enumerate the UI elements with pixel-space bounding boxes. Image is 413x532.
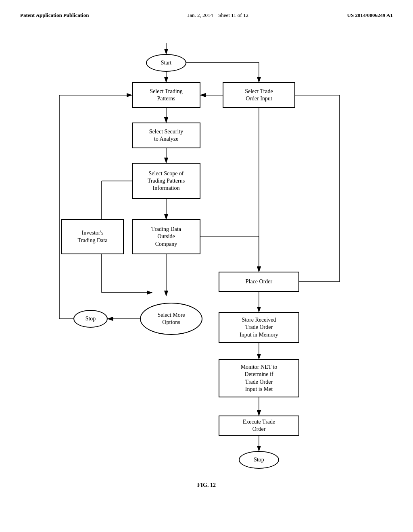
select-trading-patterns-node: Select Trading Patterns — [132, 82, 200, 108]
monitor-net-node: Monitor NET to Determine if Trade Order … — [219, 359, 299, 397]
stop-left-node: Stop — [73, 310, 108, 328]
page-header: Patent Application Publication Jan. 2, 2… — [20, 12, 393, 19]
flowchart-diagram: Start Select Trading Patterns Select Tra… — [33, 31, 380, 474]
store-received-node: Store Received Trade Order Input in Memo… — [219, 312, 299, 343]
header-date: Jan. 2, 2014 — [188, 12, 213, 18]
header-sheet: Sheet 11 of 12 — [218, 12, 248, 18]
figure-caption: FIG. 12 — [20, 482, 393, 488]
select-scope-node: Select Scope of Trading Patterns Informa… — [132, 163, 200, 199]
header-left: Patent Application Publication — [20, 12, 89, 19]
execute-trade-node: Execute Trade Order — [219, 416, 299, 436]
header-right: US 2014/0006249 A1 — [347, 12, 393, 19]
investors-trading-data-node: Investor's Trading Data — [61, 219, 124, 254]
trading-data-outside-node: Trading Data Outside Company — [132, 219, 200, 254]
page: Patent Application Publication Jan. 2, 2… — [0, 0, 413, 532]
start-top-node: Start — [146, 54, 186, 72]
place-order-node: Place Order — [219, 272, 299, 292]
select-security-node: Select Security to Analyze — [132, 123, 200, 148]
stop-bottom-node: Stop — [239, 451, 279, 469]
select-trade-order-input-node: Select Trade Order Input — [223, 82, 295, 108]
select-more-options-node: Select More Options — [140, 303, 202, 335]
header-center: Jan. 2, 2014 Sheet 11 of 12 — [188, 12, 248, 19]
